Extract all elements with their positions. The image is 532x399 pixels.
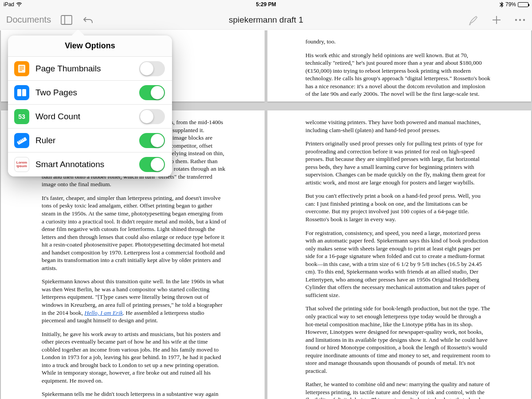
battery-pct: 79%	[505, 1, 516, 8]
svg-rect-14	[17, 137, 27, 145]
body-text: welcome visiting printers. They have bot…	[305, 118, 490, 134]
body-text: For registration, consistency, and speed…	[305, 229, 490, 299]
option-label: Page Thumbnails	[35, 64, 133, 74]
battery-icon	[518, 2, 528, 7]
body-text: That solved the printing side for book-l…	[305, 305, 490, 375]
toggle-smart-annotations[interactable]	[139, 157, 165, 172]
option-word-count[interactable]: 53 Word Count	[8, 105, 172, 129]
annotations-icon: Loremipsum	[14, 157, 29, 172]
ruler-icon	[14, 133, 29, 148]
option-label: Word Count	[35, 112, 133, 121]
body-text: Spiekermann knows about this transition …	[42, 278, 227, 324]
toggle-page-thumbnails[interactable]	[139, 61, 165, 76]
svg-point-4	[515, 19, 517, 20]
option-label: Two Pages	[35, 88, 133, 98]
add-button[interactable]	[491, 15, 502, 25]
undo-button[interactable]	[82, 15, 94, 25]
toggle-ruler[interactable]	[139, 133, 165, 148]
toggle-word-count[interactable]	[139, 109, 165, 124]
option-label: Ruler	[35, 136, 133, 145]
body-text: Printers originally used proof presses o…	[305, 140, 490, 186]
option-page-thumbnails[interactable]: Page Thumbnails	[8, 57, 172, 81]
format-brush-button[interactable]	[468, 15, 479, 25]
thumbnails-icon	[14, 61, 29, 76]
device-label: iPad	[4, 1, 14, 8]
word-count-icon: 53	[14, 109, 29, 124]
more-button[interactable]	[514, 18, 526, 22]
body-text: But you can't effectively print a book o…	[305, 192, 490, 223]
wifi-icon	[16, 2, 22, 7]
body-text: Rather, he wanted to combine old and new…	[305, 380, 490, 399]
svg-point-5	[519, 19, 521, 20]
page-right[interactable]: welcome visiting printers. They have bot…	[267, 110, 531, 399]
bluetooth-icon	[500, 2, 504, 8]
toggle-two-pages[interactable]	[139, 85, 165, 100]
view-options-popover: View Options Page Thumbnails Two Pages 5…	[8, 35, 172, 176]
book-link[interactable]: Hello, I am Erik	[84, 309, 122, 316]
page-prev-right[interactable]: foundry, too. His work ethic and strongl…	[267, 30, 531, 102]
option-two-pages[interactable]: Two Pages	[8, 81, 172, 105]
option-label: Smart Annotations	[35, 160, 133, 169]
documents-back-button[interactable]: Documents	[6, 15, 51, 25]
svg-rect-12	[17, 89, 21, 96]
svg-rect-0	[61, 16, 72, 24]
body-text: Initially, he gave his work away to arti…	[42, 330, 227, 385]
clock: 5:29 PM	[256, 1, 276, 8]
svg-rect-7	[18, 65, 25, 73]
view-options-button[interactable]	[61, 15, 72, 25]
svg-point-6	[523, 19, 525, 20]
option-ruler[interactable]: Ruler	[8, 129, 172, 153]
toolbar: Documents spiekermann draft 1	[0, 9, 532, 31]
popover-title: View Options	[8, 35, 172, 57]
two-pages-icon	[14, 85, 29, 100]
status-bar: iPad 5:29 PM 79%	[0, 0, 532, 9]
option-smart-annotations[interactable]: Loremipsum Smart Annotations	[8, 153, 172, 176]
svg-rect-13	[22, 89, 26, 96]
body-text: Spiekermann tells me he didn't touch let…	[42, 390, 227, 399]
body-text: It's faster, cheaper, and simpler than l…	[42, 194, 227, 272]
body-text: His work ethic and strongly held opinion…	[305, 51, 490, 98]
document-title: spiekermann draft 1	[229, 15, 303, 25]
body-text: foundry, too.	[305, 38, 490, 46]
